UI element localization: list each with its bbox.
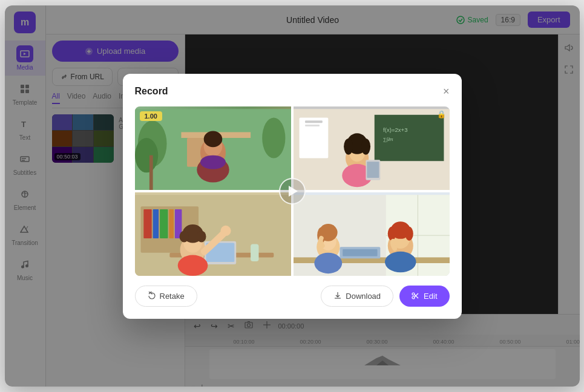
svg-rect-45 <box>305 125 320 126</box>
svg-rect-53 <box>367 162 379 178</box>
modal-footer: Retake Download <box>135 286 450 307</box>
svg-rect-31 <box>149 155 153 189</box>
svg-point-29 <box>135 138 158 172</box>
svg-point-69 <box>197 230 206 242</box>
retake-button[interactable]: Retake <box>135 286 197 307</box>
svg-point-49 <box>344 138 353 154</box>
svg-point-83 <box>314 252 342 273</box>
retake-icon <box>148 292 156 300</box>
record-modal: Record × 1.00 <box>123 74 462 319</box>
svg-point-38 <box>200 155 225 169</box>
svg-rect-58 <box>160 209 168 238</box>
svg-rect-64 <box>251 244 258 261</box>
svg-rect-56 <box>143 209 151 238</box>
svg-point-88 <box>405 226 413 240</box>
svg-point-91 <box>412 296 415 299</box>
svg-point-68 <box>179 230 188 242</box>
svg-point-90 <box>412 293 415 295</box>
svg-rect-57 <box>153 209 159 238</box>
modal-actions: Download Edit <box>321 286 449 307</box>
video-badge: 1.00 <box>140 111 162 121</box>
download-icon <box>333 292 342 300</box>
svg-point-36 <box>203 131 222 147</box>
svg-text:∑∫∂π: ∑∫∂π <box>383 136 393 142</box>
video-cell-3 <box>135 192 291 276</box>
svg-point-89 <box>384 251 416 272</box>
modal-header: Record × <box>135 86 450 97</box>
svg-rect-43 <box>299 117 328 158</box>
svg-point-50 <box>361 138 370 154</box>
person-svg-3 <box>135 192 291 276</box>
play-button[interactable] <box>279 178 306 204</box>
modal-close-button[interactable]: × <box>443 86 450 97</box>
modal-title: Record <box>135 86 168 97</box>
edit-scissors-icon <box>412 292 420 300</box>
modal-overlay: Record × 1.00 <box>5 5 580 387</box>
video-cell-4 <box>294 192 450 276</box>
svg-point-70 <box>177 255 208 275</box>
svg-point-30 <box>262 117 285 158</box>
lock-icon: 🔒 <box>437 110 446 119</box>
svg-rect-59 <box>169 209 174 238</box>
svg-text:f(x)=2x+3: f(x)=2x+3 <box>383 126 407 133</box>
person-svg-2: f(x)=2x+3 ∑∫∂π <box>294 106 450 190</box>
download-button[interactable]: Download <box>321 286 393 307</box>
svg-point-71 <box>220 225 231 235</box>
svg-rect-78 <box>343 249 377 256</box>
play-icon <box>289 186 298 197</box>
svg-point-87 <box>387 226 395 240</box>
person-svg-4 <box>294 192 450 276</box>
video-cell-2: f(x)=2x+3 ∑∫∂π <box>294 106 450 190</box>
svg-rect-44 <box>305 120 323 123</box>
modal-video-grid: 1.00 <box>135 106 450 276</box>
edit-button[interactable]: Edit <box>399 286 449 307</box>
app-window: m Media Template <box>5 5 580 387</box>
